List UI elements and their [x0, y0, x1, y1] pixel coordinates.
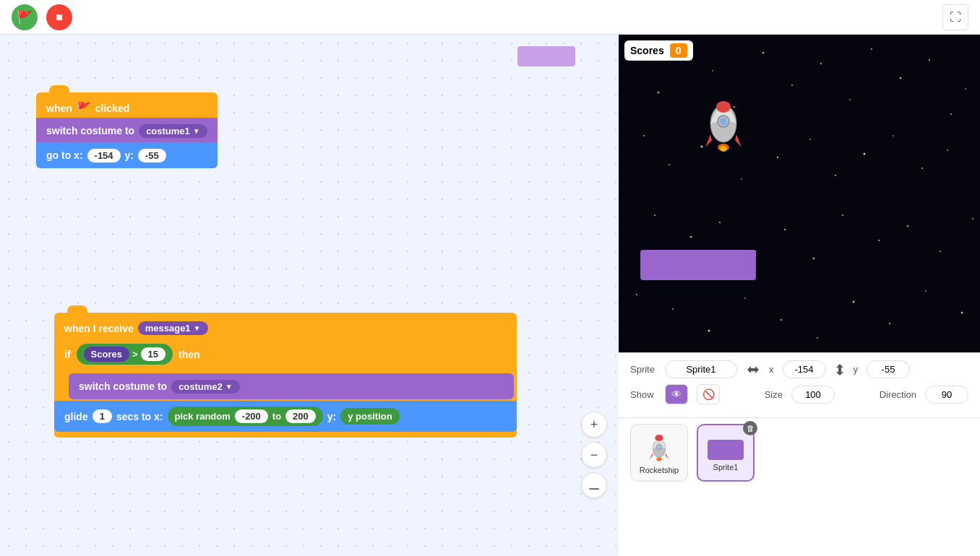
- svg-point-56: [656, 444, 662, 450]
- direction-input[interactable]: [925, 386, 968, 404]
- zoom-out-button[interactable]: −: [581, 442, 607, 468]
- svg-point-10: [871, 48, 872, 50]
- delete-sprite1-button[interactable]: 🗑: [743, 421, 757, 435]
- x-value-input[interactable]: -154: [87, 149, 121, 162]
- svg-point-32: [842, 214, 843, 216]
- glide-label: glide: [64, 411, 88, 422]
- svg-point-4: [712, 70, 713, 71]
- costume2-dropdown[interactable]: costume2 ▼: [171, 380, 240, 394]
- switch-costume2-label: switch costume to: [79, 381, 167, 392]
- x-coord-input[interactable]: [783, 360, 826, 378]
- stars-background: [619, 35, 980, 352]
- secs-to-x-label: secs to x:: [116, 411, 163, 422]
- svg-point-45: [925, 290, 927, 292]
- show-hidden-button[interactable]: 🚫: [697, 384, 720, 404]
- then-label: then: [179, 349, 200, 360]
- svg-point-39: [708, 330, 710, 332]
- pick-max-input[interactable]: 200: [285, 409, 316, 423]
- glide-block[interactable]: glide 1 secs to x: pick random -200 to 2…: [54, 401, 517, 432]
- svg-point-33: [878, 240, 880, 241]
- go-to-label: go to x:: [46, 149, 83, 161]
- condition-value[interactable]: 15: [141, 347, 166, 361]
- svg-point-30: [784, 229, 786, 230]
- when-flag-clicked-block[interactable]: when 🚩 clicked: [36, 92, 218, 119]
- rocketship-thumbnail: [643, 431, 675, 463]
- fullscreen-icon: ⛶: [950, 11, 961, 24]
- trash-icon: 🗑: [747, 424, 755, 433]
- size-input[interactable]: [791, 386, 835, 404]
- score-bar: Scores 0: [624, 40, 693, 61]
- svg-point-51: [720, 118, 727, 125]
- sprite-name-input[interactable]: [665, 360, 737, 378]
- svg-point-34: [907, 225, 909, 227]
- svg-point-53: [720, 146, 727, 152]
- if-body: switch costume to costume2 ▼: [54, 370, 517, 402]
- switch-costume-block[interactable]: switch costume to costume1 ▼: [36, 118, 218, 144]
- block-group-1: when 🚩 clicked switch costume to costume…: [36, 92, 218, 168]
- svg-point-19: [777, 157, 778, 158]
- glide-secs-input[interactable]: 1: [93, 409, 112, 423]
- pick-random-label: pick random: [175, 411, 231, 422]
- sprite-name-label: Sprite: [630, 364, 656, 375]
- sprite-thumb-sprite1[interactable]: 🗑 Sprite1: [697, 424, 755, 482]
- purple-rect: [517, 46, 575, 66]
- svg-point-36: [972, 218, 973, 220]
- when-label: when: [46, 103, 72, 114]
- greater-than-op: >: [132, 349, 138, 360]
- stage-canvas: Scores 0: [619, 35, 980, 352]
- show-visible-button[interactable]: 👁: [665, 384, 688, 404]
- go-to-xy-block[interactable]: go to x: -154 y: -55: [36, 142, 218, 168]
- svg-point-17: [701, 146, 703, 148]
- switch-costume-label: switch costume to: [46, 125, 134, 136]
- green-flag-button[interactable]: 🚩: [12, 4, 38, 30]
- sprite-thumb-rocketship[interactable]: Rocketship: [630, 424, 688, 482]
- clicked-label: clicked: [95, 103, 129, 114]
- svg-point-42: [817, 337, 818, 339]
- svg-point-6: [762, 52, 765, 54]
- costume1-dropdown[interactable]: costume1 ▼: [139, 124, 207, 138]
- svg-point-22: [864, 153, 866, 155]
- svg-point-8: [820, 63, 822, 64]
- scores-variable[interactable]: Scores: [84, 347, 129, 362]
- y-coord-label: y: [854, 364, 859, 375]
- svg-point-28: [719, 222, 721, 223]
- flag-emoji: 🚩: [77, 101, 91, 115]
- when-i-receive-label: when I receive: [64, 323, 134, 334]
- zoom-controls: + − ⚊: [581, 412, 607, 498]
- pick-random-block[interactable]: pick random -200 to 200: [168, 407, 323, 426]
- if-label: if: [64, 349, 71, 360]
- svg-point-2: [658, 92, 660, 94]
- show-label: Show: [630, 389, 656, 400]
- svg-point-31: [813, 258, 815, 260]
- sprite-info-row2: Show 👁 🚫 Size Direction: [630, 384, 968, 404]
- svg-point-24: [921, 168, 923, 169]
- switch-costume2-block[interactable]: switch costume to costume2 ▼: [69, 373, 514, 399]
- y-value-input[interactable]: -55: [138, 149, 166, 162]
- svg-point-26: [654, 214, 656, 216]
- svg-point-7: [791, 84, 793, 86]
- zoom-reset-button[interactable]: ⚊: [581, 472, 607, 498]
- y-coord-input[interactable]: [867, 360, 910, 378]
- svg-point-25: [947, 149, 948, 151]
- xy-arrows-icon: [746, 365, 760, 375]
- flag-icon: 🚩: [17, 9, 33, 25]
- svg-point-14: [965, 88, 966, 90]
- svg-point-5: [734, 106, 735, 108]
- stop-button[interactable]: ■: [46, 4, 72, 30]
- svg-point-43: [853, 301, 855, 303]
- dropdown-arrow: ▼: [193, 127, 200, 135]
- rocketship-label: Rocketship: [640, 466, 679, 474]
- svg-rect-47: [640, 250, 756, 280]
- svg-point-15: [643, 135, 645, 136]
- if-header[interactable]: if Scores > 15 then: [54, 338, 517, 370]
- fullscreen-button[interactable]: ⛶: [942, 4, 968, 30]
- zoom-in-button[interactable]: +: [581, 412, 607, 438]
- sprite-info-row1: Sprite x y: [630, 360, 968, 378]
- condition-block[interactable]: Scores > 15: [77, 344, 173, 365]
- when-receive-block[interactable]: when I receive message1 ▼: [54, 313, 517, 339]
- costume2-arrow: ▼: [225, 383, 233, 391]
- message1-dropdown[interactable]: message1 ▼: [138, 321, 208, 335]
- pick-min-input[interactable]: -200: [235, 409, 268, 423]
- y-position-block[interactable]: y position: [340, 408, 399, 425]
- direction-label: Direction: [880, 389, 916, 400]
